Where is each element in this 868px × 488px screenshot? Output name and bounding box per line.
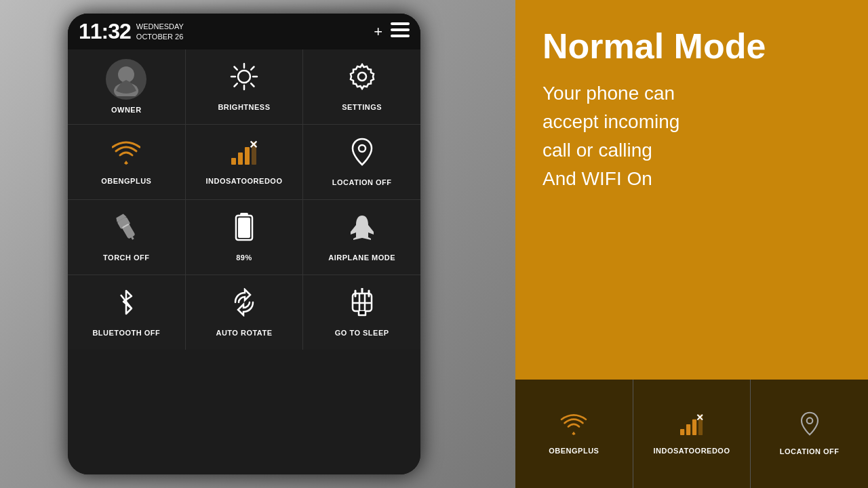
- bottom-location-label: LOCATION OFF: [780, 447, 840, 456]
- grid-item-airplane[interactable]: AIRPLANE MODE: [303, 200, 420, 274]
- svg-rect-15: [231, 158, 236, 165]
- phone-screen: 11:32 WEDNESDAY OCTOBER 26 +: [68, 14, 420, 474]
- bottom-signal-icon: ✕: [678, 412, 705, 441]
- settings-label: SETTINGS: [342, 102, 382, 112]
- grid-item-autorotate[interactable]: AUTO ROTATE: [186, 275, 303, 350]
- mode-description: Your phone can accept incoming call or c…: [542, 79, 841, 193]
- battery-label: 89%: [236, 253, 252, 262]
- location-label: LOCATION OFF: [332, 178, 392, 187]
- bluetooth-icon: [117, 288, 136, 323]
- menu-icon[interactable]: [391, 22, 410, 41]
- airplane-label: AIRPLANE MODE: [328, 253, 395, 262]
- svg-line-10: [234, 66, 237, 69]
- mode-title: Normal Mode: [542, 27, 841, 66]
- clock: 11:32: [79, 19, 131, 44]
- brightness-label: BRIGHTNESS: [218, 102, 270, 112]
- add-icon[interactable]: +: [374, 23, 382, 41]
- desc-line4: And WIFI On: [542, 168, 652, 189]
- svg-rect-1: [391, 28, 410, 31]
- svg-line-24: [132, 237, 134, 239]
- signal-icon: ✕: [230, 139, 258, 171]
- day: WEDNESDAY: [136, 22, 184, 31]
- bottom-location-icon: [800, 411, 819, 441]
- bottom-panel: OBENGPLUS ✕ INDOSATOOREDOO: [515, 380, 868, 488]
- info-side: Normal Mode Your phone can accept incomi…: [515, 0, 868, 488]
- bluetooth-label: BLUETOOTH OFF: [92, 328, 160, 338]
- svg-rect-16: [238, 152, 243, 165]
- svg-line-13: [234, 83, 237, 86]
- bottom-obengplus[interactable]: OBENGPLUS: [515, 380, 633, 488]
- svg-point-14: [358, 73, 366, 81]
- owner-avatar: [106, 59, 146, 100]
- settings-icon: [348, 62, 376, 97]
- desc-line2: accept incoming: [542, 111, 679, 132]
- grid-item-battery[interactable]: 89%: [186, 200, 303, 274]
- grid-item-bluetooth[interactable]: BLUETOOTH OFF: [68, 275, 185, 350]
- rotate-icon: [230, 288, 258, 323]
- phone-side: 11:32 WEDNESDAY OCTOBER 26 +: [0, 0, 515, 488]
- autorotate-label: AUTO ROTATE: [216, 328, 272, 338]
- obengplus-label: OBENGPLUS: [101, 176, 151, 186]
- grid-item-sleep[interactable]: GO TO SLEEP: [303, 275, 420, 350]
- svg-text:✕: ✕: [249, 139, 258, 150]
- desc-line1: Your phone can: [542, 83, 675, 104]
- bottom-indosatoored[interactable]: ✕ INDOSATOOREDOO: [633, 380, 751, 488]
- date: OCTOBER 26: [136, 32, 184, 41]
- grid-item-obengplus[interactable]: OBENGPLUS: [68, 125, 185, 199]
- svg-rect-2: [391, 35, 410, 37]
- phone-frame: 11:32 WEDNESDAY OCTOBER 26 +: [68, 14, 420, 474]
- svg-rect-29: [680, 429, 684, 435]
- bottom-location[interactable]: LOCATION OFF: [751, 380, 868, 488]
- status-bar: 11:32 WEDNESDAY OCTOBER 26 +: [68, 14, 420, 49]
- grid-item-indosatoored[interactable]: ✕ INDOSATOOREDOO: [186, 125, 303, 199]
- indosatoored-label: INDOSATOOREDOO: [206, 176, 283, 186]
- svg-rect-30: [686, 424, 690, 435]
- airplane-icon: [348, 213, 376, 247]
- bottom-indosatoored-label: INDOSATOOREDOO: [654, 446, 730, 455]
- svg-text:✕: ✕: [696, 412, 704, 423]
- bottom-obengplus-label: OBENGPLUS: [549, 446, 599, 455]
- svg-point-34: [806, 418, 812, 424]
- wifi-icon: [112, 139, 140, 171]
- svg-point-20: [359, 145, 366, 152]
- sleep-icon: [350, 288, 374, 323]
- location-icon: [351, 138, 373, 172]
- control-grid: OWNER: [68, 49, 420, 350]
- owner-label: OWNER: [111, 105, 142, 115]
- svg-rect-0: [391, 22, 410, 25]
- battery-icon: [235, 213, 254, 247]
- svg-line-12: [251, 66, 254, 69]
- svg-rect-27: [238, 218, 250, 238]
- bottom-wifi-icon: [560, 412, 587, 441]
- grid-item-location[interactable]: LOCATION OFF: [303, 125, 420, 199]
- grid-item-torch[interactable]: TORCH OFF: [68, 200, 185, 274]
- brightness-icon: [230, 62, 258, 97]
- grid-item-brightness[interactable]: BRIGHTNESS: [186, 49, 303, 124]
- desc-line3: call or calling: [542, 140, 652, 161]
- grid-item-settings[interactable]: SETTINGS: [303, 49, 420, 124]
- status-icons: +: [374, 22, 410, 41]
- sleep-label: GO TO SLEEP: [335, 328, 389, 338]
- svg-point-5: [238, 70, 250, 83]
- info-top: Normal Mode Your phone can accept incomi…: [515, 0, 868, 380]
- svg-line-11: [251, 83, 254, 86]
- torch-icon: [114, 213, 138, 247]
- torch-label: TORCH OFF: [103, 253, 149, 262]
- grid-item-owner[interactable]: OWNER: [68, 49, 185, 124]
